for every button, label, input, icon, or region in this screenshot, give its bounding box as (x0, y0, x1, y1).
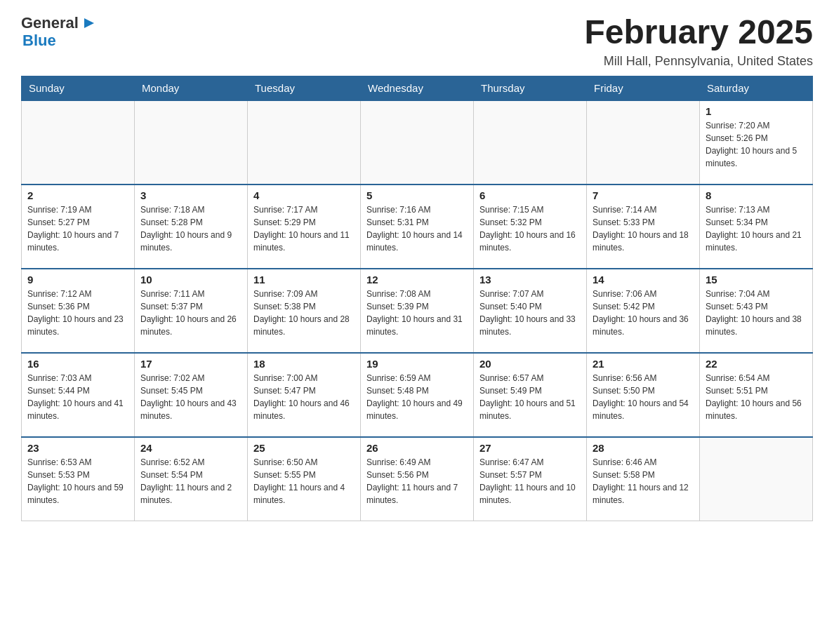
week-row-4: 16Sunrise: 7:03 AM Sunset: 5:44 PM Dayli… (22, 353, 813, 437)
calendar-cell (135, 100, 248, 185)
day-info: Sunrise: 7:20 AM Sunset: 5:26 PM Dayligh… (706, 119, 807, 170)
day-info: Sunrise: 7:07 AM Sunset: 5:40 PM Dayligh… (479, 288, 581, 338)
calendar-cell (700, 437, 813, 521)
page-header: General Blue February 2025 Mill Hall, Pe… (21, 14, 813, 69)
calendar-cell: 11Sunrise: 7:09 AM Sunset: 5:38 PM Dayli… (248, 269, 361, 353)
logo: General Blue (21, 14, 98, 49)
day-number: 22 (706, 358, 807, 370)
header-thursday: Thursday (474, 76, 587, 100)
day-number: 1 (706, 105, 807, 117)
calendar-cell (361, 100, 474, 185)
calendar-cell (587, 100, 700, 185)
day-info: Sunrise: 7:03 AM Sunset: 5:44 PM Dayligh… (27, 372, 128, 422)
day-number: 2 (27, 189, 128, 201)
day-info: Sunrise: 6:53 AM Sunset: 5:53 PM Dayligh… (27, 456, 128, 507)
calendar-cell: 22Sunrise: 6:54 AM Sunset: 5:51 PM Dayli… (700, 353, 813, 437)
day-info: Sunrise: 7:13 AM Sunset: 5:34 PM Dayligh… (706, 203, 807, 254)
day-info: Sunrise: 6:47 AM Sunset: 5:57 PM Dayligh… (479, 456, 581, 507)
header-wednesday: Wednesday (361, 76, 474, 100)
calendar-header-row: Sunday Monday Tuesday Wednesday Thursday… (22, 76, 813, 100)
title-block: February 2025 Mill Hall, Pennsylvania, U… (584, 14, 813, 69)
week-row-2: 2Sunrise: 7:19 AM Sunset: 5:27 PM Daylig… (22, 185, 813, 269)
calendar-cell: 17Sunrise: 7:02 AM Sunset: 5:45 PM Dayli… (135, 353, 248, 437)
day-info: Sunrise: 7:06 AM Sunset: 5:42 PM Dayligh… (593, 288, 694, 338)
day-number: 17 (140, 358, 241, 370)
week-row-3: 9Sunrise: 7:12 AM Sunset: 5:36 PM Daylig… (22, 269, 813, 353)
day-number: 19 (366, 358, 468, 370)
calendar-cell: 21Sunrise: 6:56 AM Sunset: 5:50 PM Dayli… (587, 353, 700, 437)
day-number: 7 (593, 189, 694, 201)
day-info: Sunrise: 7:12 AM Sunset: 5:36 PM Dayligh… (27, 288, 128, 338)
day-info: Sunrise: 7:09 AM Sunset: 5:38 PM Dayligh… (253, 288, 355, 338)
week-row-5: 23Sunrise: 6:53 AM Sunset: 5:53 PM Dayli… (22, 437, 813, 521)
logo-general-text: General (21, 15, 79, 32)
day-number: 13 (479, 274, 581, 286)
svg-marker-0 (84, 18, 94, 28)
day-info: Sunrise: 6:46 AM Sunset: 5:58 PM Dayligh… (593, 456, 694, 507)
calendar-cell: 28Sunrise: 6:46 AM Sunset: 5:58 PM Dayli… (587, 437, 700, 521)
header-sunday: Sunday (22, 76, 135, 100)
day-number: 16 (27, 358, 128, 370)
day-number: 24 (140, 442, 241, 454)
day-number: 26 (366, 442, 468, 454)
day-number: 18 (253, 358, 355, 370)
day-number: 21 (593, 358, 694, 370)
calendar-cell: 18Sunrise: 7:00 AM Sunset: 5:47 PM Dayli… (248, 353, 361, 437)
day-info: Sunrise: 7:11 AM Sunset: 5:37 PM Dayligh… (140, 288, 241, 338)
calendar-cell: 19Sunrise: 6:59 AM Sunset: 5:48 PM Dayli… (361, 353, 474, 437)
calendar-cell (248, 100, 361, 185)
day-number: 3 (140, 189, 241, 201)
day-info: Sunrise: 6:49 AM Sunset: 5:56 PM Dayligh… (366, 456, 468, 507)
calendar-cell: 7Sunrise: 7:14 AM Sunset: 5:33 PM Daylig… (587, 185, 700, 269)
day-number: 5 (366, 189, 468, 201)
day-info: Sunrise: 7:17 AM Sunset: 5:29 PM Dayligh… (253, 203, 355, 254)
day-info: Sunrise: 6:59 AM Sunset: 5:48 PM Dayligh… (366, 372, 468, 422)
day-number: 28 (593, 442, 694, 454)
week-row-1: 1Sunrise: 7:20 AM Sunset: 5:26 PM Daylig… (22, 100, 813, 185)
day-info: Sunrise: 6:50 AM Sunset: 5:55 PM Dayligh… (253, 456, 355, 507)
day-number: 4 (253, 189, 355, 201)
calendar-cell: 26Sunrise: 6:49 AM Sunset: 5:56 PM Dayli… (361, 437, 474, 521)
calendar-cell: 16Sunrise: 7:03 AM Sunset: 5:44 PM Dayli… (22, 353, 135, 437)
day-number: 14 (593, 274, 694, 286)
day-info: Sunrise: 6:52 AM Sunset: 5:54 PM Dayligh… (140, 456, 241, 507)
calendar-cell: 10Sunrise: 7:11 AM Sunset: 5:37 PM Dayli… (135, 269, 248, 353)
day-info: Sunrise: 6:57 AM Sunset: 5:49 PM Dayligh… (479, 372, 581, 422)
calendar-cell: 4Sunrise: 7:17 AM Sunset: 5:29 PM Daylig… (248, 185, 361, 269)
calendar-cell: 9Sunrise: 7:12 AM Sunset: 5:36 PM Daylig… (22, 269, 135, 353)
calendar-cell: 3Sunrise: 7:18 AM Sunset: 5:28 PM Daylig… (135, 185, 248, 269)
day-number: 15 (706, 274, 807, 286)
day-info: Sunrise: 7:00 AM Sunset: 5:47 PM Dayligh… (253, 372, 355, 422)
calendar-cell: 12Sunrise: 7:08 AM Sunset: 5:39 PM Dayli… (361, 269, 474, 353)
calendar-cell: 24Sunrise: 6:52 AM Sunset: 5:54 PM Dayli… (135, 437, 248, 521)
day-info: Sunrise: 7:04 AM Sunset: 5:43 PM Dayligh… (706, 288, 807, 338)
location-text: Mill Hall, Pennsylvania, United States (584, 54, 813, 69)
day-number: 25 (253, 442, 355, 454)
day-number: 6 (479, 189, 581, 201)
calendar-table: Sunday Monday Tuesday Wednesday Thursday… (21, 76, 813, 522)
month-title: February 2025 (584, 14, 813, 51)
day-info: Sunrise: 7:14 AM Sunset: 5:33 PM Dayligh… (593, 203, 694, 254)
day-number: 11 (253, 274, 355, 286)
calendar-cell: 25Sunrise: 6:50 AM Sunset: 5:55 PM Dayli… (248, 437, 361, 521)
day-number: 20 (479, 358, 581, 370)
calendar-cell: 23Sunrise: 6:53 AM Sunset: 5:53 PM Dayli… (22, 437, 135, 521)
header-friday: Friday (587, 76, 700, 100)
day-number: 23 (27, 442, 128, 454)
day-info: Sunrise: 6:54 AM Sunset: 5:51 PM Dayligh… (706, 372, 807, 422)
day-number: 12 (366, 274, 468, 286)
header-saturday: Saturday (700, 76, 813, 100)
calendar-cell: 6Sunrise: 7:15 AM Sunset: 5:32 PM Daylig… (474, 185, 587, 269)
header-monday: Monday (135, 76, 248, 100)
logo-blue-text: Blue (22, 32, 56, 49)
day-info: Sunrise: 7:19 AM Sunset: 5:27 PM Dayligh… (27, 203, 128, 254)
day-info: Sunrise: 7:16 AM Sunset: 5:31 PM Dayligh… (366, 203, 468, 254)
calendar-cell: 2Sunrise: 7:19 AM Sunset: 5:27 PM Daylig… (22, 185, 135, 269)
calendar-cell: 27Sunrise: 6:47 AM Sunset: 5:57 PM Dayli… (474, 437, 587, 521)
calendar-cell: 14Sunrise: 7:06 AM Sunset: 5:42 PM Dayli… (587, 269, 700, 353)
calendar-cell (22, 100, 135, 185)
day-number: 27 (479, 442, 581, 454)
day-info: Sunrise: 7:15 AM Sunset: 5:32 PM Dayligh… (479, 203, 581, 254)
calendar-cell: 1Sunrise: 7:20 AM Sunset: 5:26 PM Daylig… (700, 100, 813, 185)
calendar-cell: 20Sunrise: 6:57 AM Sunset: 5:49 PM Dayli… (474, 353, 587, 437)
